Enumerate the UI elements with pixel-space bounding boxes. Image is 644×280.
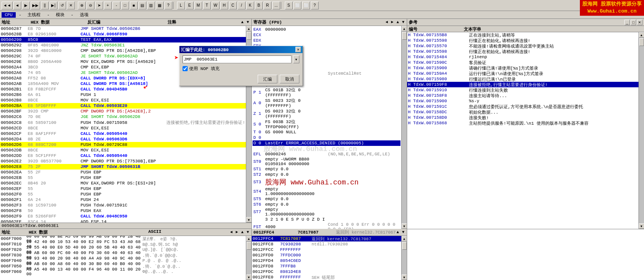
disasm-row[interactable]: 005062CF E8 8AF1FFFF CALL TdxW.00505440 — [0, 131, 246, 136]
tb-back[interactable]: ◄ — [13, 2, 21, 9]
fpu-reg-row[interactable]: ST1empty 0.0 — [253, 166, 400, 172]
fpu-reg-row[interactable]: ECX — [253, 32, 400, 38]
disasm-row[interactable]: 005062EB 55 PUSH EBP — [0, 175, 246, 181]
tb-pause[interactable]: || — [41, 2, 49, 9]
hex-sb-up[interactable]: ▲ — [246, 236, 252, 241]
fpu-sb-down[interactable]: ▼ — [402, 223, 407, 229]
stack-row[interactable]: 0012FFC87C930208ntdll.7C930208 — [252, 241, 401, 247]
tb-b[interactable]: B — [255, 2, 263, 9]
fpu-reg-row[interactable]: ST2empty 0.0 — [253, 172, 400, 177]
fpu-sb-up[interactable]: ▲ — [402, 26, 407, 31]
fpu-reg-row[interactable]: Z 1DS 0023 32位 0 (FFFFFFFF) — [253, 108, 400, 119]
hex-nav-right[interactable]: ► — [235, 230, 239, 234]
tb-m[interactable]: M — [194, 2, 202, 9]
fpu-reg-row[interactable]: EDX — [253, 38, 400, 43]
ref-row[interactable]: H TdxW.00715868主站拒绝提供服务!可能原因.\n1 使用的版本与服… — [407, 120, 638, 126]
dialog-assemble-btn[interactable]: 汇编 — [258, 75, 277, 83]
tb-mem[interactable]: ▤ — [138, 2, 146, 9]
ref-maximize-btn[interactable]: □ — [631, 20, 636, 25]
disasm-row[interactable]: 005062BF 392D CMP CMP DWORD PTR DS:[A542… — [0, 109, 246, 114]
disasm-row[interactable]: 00506290 85C0 TEST EAX,EAX — [0, 37, 246, 42]
dialog-asm-input[interactable] — [183, 55, 292, 63]
fpu-reg-row[interactable]: FST4000Cond 1 0 0 0 Err 0 0 0 0 0 0 0 0 … — [253, 222, 400, 229]
menu-cpu[interactable]: CPU — [2, 12, 16, 18]
tb-zoom-in[interactable]: + — [104, 2, 112, 9]
disasm-row[interactable]: 005062F0 55 PUSH EBP — [0, 192, 246, 197]
disasm-row[interactable]: 005062B1 E8 F8B2FCFF CALL TdxW.004D45B0 — [0, 87, 246, 92]
tb-call[interactable]: ▦ — [156, 2, 164, 9]
fpu-reg-row[interactable]: P 1CS 001B 32位 0 (FFFFFFFF) — [253, 87, 400, 98]
ref-row[interactable]: H TdxW.0071591C您必须通过委托认证,方可使用本系统.\n是否愿意进… — [407, 104, 638, 109]
tb-s[interactable]: S — [285, 2, 293, 9]
ref-scrollbar[interactable]: ▲ ▼ — [638, 32, 644, 229]
hex-sb-down[interactable]: ▼ — [246, 274, 252, 280]
fpu-reg-row[interactable]: ST4empty 1.00000000000000000 — [253, 187, 400, 196]
disasm-scroll-up[interactable]: ▲ — [240, 20, 244, 24]
disasm-row[interactable]: 005062C6 7D 0E JGE SHORT TdxW.005062D8 — [0, 114, 246, 120]
ref-row[interactable]: H TdxW.007158D0连接失败! — [407, 115, 638, 120]
disasm-row[interactable]: 005062B8 8BCE MOV ECX,ESI — [0, 98, 246, 103]
disasm-sb-down[interactable]: ▼ — [246, 217, 252, 223]
stack-row[interactable]: 0012FFCCFFFFFFFF — [252, 247, 401, 252]
stack-row[interactable]: 0012FFE0FFFFFFFFSEH 链尾部 — [252, 274, 401, 280]
menu-module[interactable]: 模块 — [53, 11, 68, 18]
hex-scrollbar[interactable]: ▲ ▼ — [246, 236, 251, 280]
disasm-row[interactable]: 0050628B E8 02961600 CALL TdxW.0066F890 — [0, 31, 246, 37]
dialog-titlebar[interactable]: 汇编于此处: 005062B0 ✕ — [179, 46, 303, 53]
tb-goto[interactable]: ➤ — [95, 2, 103, 9]
disasm-row[interactable]: 005062D4 8B 2E CALL TdxW.005063D6 — [0, 136, 246, 142]
fpu-reg-row[interactable]: ST5empty 0.0 — [253, 196, 400, 202]
disasm-row[interactable]: 005062E8 75 2F JMP SHORT TdxW.0050631B — [0, 164, 246, 169]
fpu-reg-row[interactable]: ST6empty 0.0 — [253, 202, 400, 207]
tb-reload[interactable]: ↺ — [58, 2, 66, 9]
fpu-reg-row[interactable]: D 0 — [253, 135, 400, 140]
tb-back2[interactable]: ◄◄ — [2, 2, 13, 9]
tb-zoom-out[interactable]: - — [113, 2, 120, 9]
stack-scroll-down[interactable]: ▼ — [401, 230, 405, 234]
fpu-nav-down[interactable]: ▼ — [401, 20, 405, 24]
tb-help2[interactable]: ? — [311, 2, 319, 9]
fpu-reg-row[interactable]: S 0FS 003B 32位 TFFDP000(FFF) — [253, 119, 400, 129]
fpu-reg-row[interactable]: O 0LastErr ERROR_ACCESS_DENIED (00000005… — [253, 140, 400, 146]
fpu-reg-row[interactable]: ST7empty 1.00000000000000000 — [253, 207, 400, 217]
fpu-reg-row[interactable]: ST3股海网 www.Guhai.com.cn — [253, 177, 400, 187]
tb-sq1[interactable]: ⬜ — [293, 2, 301, 9]
fpu-reg-row[interactable]: EAX00000000 — [253, 27, 400, 32]
disasm-row[interactable]: 005062F9 E8 5266F8FF CALL TdxW.0048C950 — [0, 214, 246, 219]
tb-fwd[interactable]: ▶▶ — [31, 2, 40, 9]
ref-row[interactable]: H TdxW.007158DC初始化数据... — [407, 109, 638, 115]
tb-c[interactable]: C — [229, 2, 237, 9]
ref-row[interactable]: H TdxW.00715980行懂运行已满!\n已登录 — [407, 76, 638, 82]
dialog-dropdown[interactable]: ▼ — [293, 55, 299, 63]
ref-row[interactable]: H TdxW.00715910行懂连接到主站失败 — [407, 87, 638, 93]
fpu-nav-left[interactable]: ◄ — [385, 20, 389, 24]
stack-row[interactable]: 0012FFC47C817087返回到 kernel32.7C817087 — [252, 236, 401, 241]
fpu-reg-row[interactable]: 3 2 1 0 E S P U O Z D I — [253, 217, 400, 222]
ref-row[interactable]: H TdxW.00715900请确行懂已满!请使用[%s]方式签录 — [407, 65, 638, 71]
disasm-row[interactable]: 005062F3 68 1C597100 PUSH TdxW.0071591C — [0, 203, 246, 208]
fpu-reg-row[interactable]: A 0SS 0023 32位 0 (FFFFFFFF) — [253, 98, 400, 108]
fpu-reg-row[interactable]: T 0GS 0000 NULL — [253, 129, 400, 135]
tb-close[interactable]: ✕ — [67, 2, 75, 9]
ref-row[interactable]: H TdxW.007159A4运行行懂已满!\n请使用[%s]方式签录 — [407, 71, 638, 76]
disasm-row[interactable]: 005062E2 392D 0B537700 CMP DWORD PTR DS:… — [0, 158, 246, 164]
disasm-row[interactable]: 005062EA 55 2F PUSH EBP — [0, 169, 246, 175]
disasm-sb-up[interactable]: ▲ — [246, 26, 252, 31]
dialog-nop-checkbox[interactable] — [183, 66, 188, 71]
disasm-row[interactable]: 005062BA E8 5FDBFFFF CALL TdxW.00503E20 — [0, 103, 246, 109]
tb-slash[interactable]: / — [238, 2, 245, 9]
tb-hex[interactable]: ■ — [130, 2, 138, 9]
stack-sb-down[interactable]: ▼ — [402, 274, 407, 280]
ref-sb-down[interactable]: ▼ — [639, 223, 644, 229]
ref-row[interactable]: H TdxW.007158F8连接主站请等待... — [407, 93, 638, 98]
disasm-row[interactable]: 005062D6 68 889C7200 PUSH TdxW.00729C88 — [0, 142, 246, 147]
hex-scroll-up[interactable]: ▲ — [240, 230, 244, 234]
tb-bp-del[interactable]: ⊖ — [87, 2, 94, 9]
disasm-row[interactable]: 005062F8 50 PUSH EAX — [0, 208, 246, 214]
tb-win[interactable]: □ — [121, 2, 129, 9]
ref-minimize-btn[interactable]: _ — [624, 20, 630, 25]
disasm-row[interactable]: 005062CD 8BCE MOV ECX,ESI — [0, 125, 246, 131]
tb-sq2[interactable]: ⬜ — [302, 2, 310, 9]
disasm-row[interactable]: 00506287 EB 7D JMP SHORT TdxW.005062B6 — [0, 26, 246, 31]
disasm-row[interactable]: 005062C8 68 58597100 PUSH TdxW.00715958 … — [0, 120, 246, 125]
